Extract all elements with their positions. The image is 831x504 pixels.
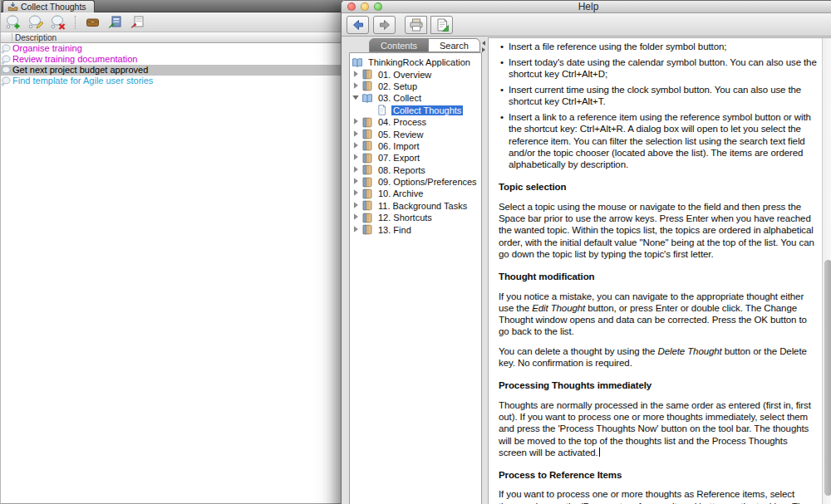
inbox-tray-icon — [7, 2, 18, 12]
arrow-expanded-icon — [352, 93, 361, 103]
tree-item[interactable]: ThinkingRock Application — [350, 56, 481, 68]
thought-delete-icon — [51, 15, 66, 30]
bullet-item: Insert a link to a reference item using … — [499, 111, 818, 170]
column-header-label: Description — [15, 33, 57, 42]
tree-item[interactable]: 11. Background Tasks — [350, 200, 481, 212]
tab-search[interactable]: Search — [428, 38, 480, 52]
tree-item[interactable]: 10. Archive — [350, 188, 481, 199]
section-heading: Topic selection — [499, 181, 818, 193]
tab-contents[interactable]: Contents — [369, 38, 429, 52]
process-thoughts-now-button[interactable] — [84, 14, 101, 31]
help-paragraph: Thoughts are normally processed in the s… — [499, 399, 818, 458]
help-paragraph: You can delete a thought by using the De… — [499, 345, 818, 369]
arrow-collapsed-icon — [352, 81, 361, 91]
process-to-reference-items-button[interactable] — [106, 14, 123, 31]
book-closed-icon — [361, 153, 374, 164]
process-to-someday-maybe-items-button[interactable] — [129, 14, 145, 31]
thought-row[interactable]: Find template for Agile user stories — [1, 76, 343, 86]
arrow-collapsed-icon — [352, 117, 361, 127]
process-reference-icon — [108, 15, 122, 29]
collapse-left-icon[interactable] — [482, 41, 485, 46]
book-closed-icon — [361, 140, 374, 151]
book-open-icon — [361, 93, 374, 104]
tree-item[interactable]: 04. Process — [350, 116, 481, 128]
tab-strip: Collect Thoughts — [1, 0, 343, 12]
text-caret — [599, 448, 600, 457]
tree-item-label: 05. Review — [376, 130, 425, 139]
scrollbar-thumb[interactable] — [824, 260, 831, 496]
thought-row[interactable]: Organise training — [1, 43, 343, 54]
tree-item[interactable]: 06. Import — [350, 140, 481, 152]
thought-add-icon — [6, 15, 21, 30]
tab-label: Collect Thoughts — [21, 2, 86, 12]
help-paragraph: If you want to process one or more thoug… — [499, 488, 818, 504]
arrow-collapsed-icon — [352, 70, 361, 80]
tree-item-label: 12. Shortcuts — [376, 213, 434, 223]
tree-item[interactable]: 12. Shortcuts — [350, 212, 481, 223]
book-closed-icon — [361, 117, 374, 128]
tree-item[interactable]: 02. Setup — [350, 81, 481, 92]
thought-description: Review training documentation — [12, 54, 137, 65]
panel-splitter[interactable] — [481, 37, 488, 504]
book-closed-icon — [361, 69, 374, 80]
arrow-collapsed-icon — [352, 165, 361, 175]
back-button[interactable] — [347, 16, 369, 34]
arrow-collapsed-icon — [352, 188, 361, 198]
tree-item[interactable]: 08. Reports — [350, 164, 481, 176]
tree-item[interactable]: 05. Review — [350, 128, 481, 139]
bullet-item: Insert current time using the clock symb… — [499, 84, 818, 108]
thought-description: Organise training — [12, 43, 82, 54]
help-content-panel: Insert a file reference using the folder… — [488, 37, 831, 504]
thought-row[interactable]: Get next project budget approved — [1, 65, 343, 76]
book-closed-icon — [361, 81, 374, 91]
window-controls — [347, 2, 382, 11]
tab-collect-thoughts[interactable]: Collect Thoughts — [2, 0, 95, 12]
tree-item[interactable]: 03. Collect — [350, 92, 481, 104]
help-scrollbar[interactable] — [822, 38, 831, 504]
forward-button[interactable] — [373, 16, 396, 34]
tree-item[interactable]: 09. Options/Preferences — [350, 176, 481, 188]
thought-bubble-icon — [1, 55, 12, 65]
book-open-icon — [352, 57, 364, 68]
delete-thought-button[interactable] — [50, 14, 66, 31]
thought-bubble-icon — [1, 66, 12, 76]
collapse-right-icon[interactable] — [482, 47, 485, 52]
help-title-bar[interactable]: Help — [342, 1, 831, 13]
process-now-icon — [86, 15, 100, 29]
process-someday-icon — [130, 15, 145, 29]
help-paragraph: Select a topic using the mouse or naviga… — [499, 201, 818, 260]
book-closed-icon — [361, 129, 374, 139]
tree-item-label: 13. Find — [376, 225, 413, 235]
bullet-item: Insert today's date using the calendar s… — [499, 56, 818, 81]
section-heading: Processing Thoughts immediately — [499, 379, 818, 391]
thought-row[interactable]: Review training documentation — [1, 54, 343, 65]
arrow-collapsed-icon — [352, 141, 361, 151]
minimize-button[interactable] — [361, 2, 369, 11]
edit-thought-button[interactable] — [27, 14, 44, 31]
zoom-button[interactable] — [374, 2, 382, 11]
page-setup-button[interactable] — [430, 16, 453, 34]
thinkingrock-main-window: Collect Thoughts Description Organise tr… — [0, 0, 343, 504]
tree-item[interactable]: 01. Overview — [350, 68, 481, 80]
thought-bubble-icon — [1, 76, 12, 86]
book-closed-icon — [361, 200, 374, 211]
thought-edit-icon — [28, 15, 43, 30]
add-thought-button[interactable] — [5, 14, 22, 31]
tree-item-label: 07. Export — [376, 153, 421, 163]
tree-item[interactable]: 07. Export — [350, 152, 481, 164]
arrow-collapsed-icon — [352, 153, 361, 163]
arrow-collapsed-icon — [352, 225, 361, 235]
print-button[interactable] — [405, 16, 427, 34]
window-title: Help — [578, 1, 599, 12]
help-nav-tabs: ContentsSearch — [369, 38, 480, 52]
tree-item[interactable]: Collect Thoughts — [350, 105, 481, 116]
description-column-header[interactable]: Description — [1, 32, 343, 43]
close-button[interactable] — [347, 2, 356, 11]
book-closed-icon — [361, 224, 374, 235]
help-toolbar — [342, 13, 831, 37]
page-icon — [376, 105, 389, 115]
thought-description: Find template for Agile user stories — [12, 76, 153, 86]
tree-item[interactable]: 13. Find — [350, 223, 481, 235]
tree-item-label: Collect Thoughts — [391, 105, 463, 115]
book-closed-icon — [361, 177, 374, 188]
